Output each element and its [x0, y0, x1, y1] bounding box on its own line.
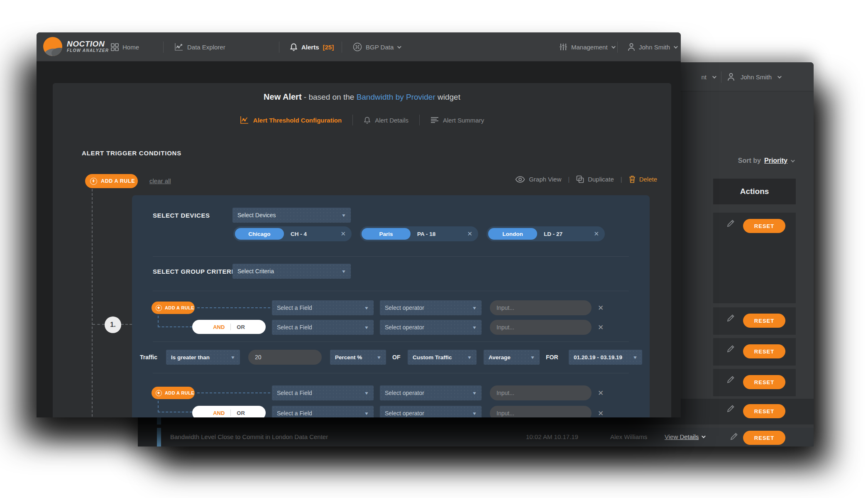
view-details-link[interactable]: View Details [665, 433, 704, 440]
remove-rule-icon[interactable]: ✕ [598, 409, 604, 417]
or-option[interactable]: OR [237, 324, 245, 330]
reset-button[interactable]: RESET [743, 375, 785, 389]
of-label: OF [392, 354, 400, 361]
tab-threshold-configuration[interactable]: Alert Threshold Configuration [240, 116, 342, 124]
view-details-label: View Details [665, 433, 699, 440]
background-navbar-right: nt John Smith [701, 62, 780, 91]
select-criteria-dropdown[interactable]: Select Criteria ▼ [232, 264, 351, 279]
management-partial-label[interactable]: nt [701, 74, 707, 81]
remove-rule-icon[interactable]: ✕ [598, 304, 604, 312]
and-option[interactable]: AND [213, 324, 225, 330]
value-input[interactable] [490, 300, 592, 315]
nav-management-label: Management [571, 44, 608, 51]
add-rule-button[interactable]: ADD A RULE [152, 387, 195, 399]
close-icon[interactable]: ✕ [594, 230, 599, 238]
plus-circle-icon [156, 305, 162, 311]
tab-label: Alert Threshold Configuration [253, 117, 342, 124]
reset-button[interactable]: RESET [743, 219, 785, 233]
dropdown-caret-icon: ▼ [472, 411, 477, 416]
line-chart-icon [174, 43, 183, 51]
plus-circle-icon [90, 178, 97, 185]
graph-view-button[interactable]: Graph View [515, 176, 561, 183]
traffic-value-input[interactable] [248, 350, 322, 365]
dropdown-caret-icon: ▼ [341, 213, 346, 218]
sort-by-control[interactable]: Sort by Priority [738, 157, 794, 164]
rule-connector-line [158, 401, 159, 412]
operator-dropdown[interactable]: Select operator ▼ [380, 320, 482, 335]
nav-data-explorer[interactable]: Data Explorer [174, 32, 225, 61]
duplicate-button[interactable]: Duplicate [576, 175, 614, 183]
dropdown-caret-icon: ▼ [364, 391, 369, 395]
value-input[interactable] [490, 406, 592, 417]
dropdown-value: Select a Field [277, 390, 312, 396]
divider [617, 42, 618, 53]
widget-link[interactable]: Bandwidth by Provider [357, 93, 435, 101]
user-menu[interactable]: John Smith [741, 74, 772, 81]
clear-all-link[interactable]: clear all [149, 177, 171, 184]
user-icon [628, 43, 635, 51]
add-rule-button[interactable]: ADD A RULE [152, 302, 195, 314]
threshold-chart-icon [240, 116, 249, 124]
or-option[interactable]: OR [237, 410, 245, 416]
modal-title: New Alert - based on the Bandwidth by Pr… [53, 92, 671, 102]
pencil-icon[interactable] [726, 375, 735, 384]
noction-logo[interactable]: NOCTION FLOW ANALYZER [43, 37, 109, 56]
dashboard-icon [111, 43, 119, 51]
tab-alert-details[interactable]: Alert Details [364, 116, 408, 124]
alerts-count-badge: [25] [323, 44, 334, 51]
device-city-badge: London [488, 228, 537, 240]
main-window: NOCTION FLOW ANALYZER Home Data Explorer [37, 32, 681, 417]
value-input[interactable] [490, 320, 592, 335]
nav-alerts[interactable]: Alerts [25] [290, 32, 334, 61]
reset-button[interactable]: RESET [743, 314, 785, 328]
nav-bgp-data[interactable]: BGP Data [353, 32, 400, 61]
operator-dropdown[interactable]: Select operator ▼ [380, 300, 482, 315]
user-menu[interactable]: John Smith [628, 32, 677, 61]
tab-alert-summary[interactable]: Alert Summary [430, 117, 484, 124]
field-dropdown[interactable]: Select a Field ▼ [272, 300, 374, 315]
sort-by-prefix: Sort by [738, 157, 761, 164]
pencil-icon[interactable] [726, 405, 735, 413]
traffic-unit-dropdown[interactable]: Percent % ▼ [330, 350, 386, 365]
dropdown-caret-icon: ▼ [530, 355, 535, 360]
operator-dropdown[interactable]: Select operator ▼ [380, 406, 482, 417]
add-rule-button[interactable]: ADD A RULE [85, 174, 138, 188]
user-name-label: John Smith [639, 44, 670, 51]
pencil-icon[interactable] [726, 314, 735, 322]
remove-rule-icon[interactable]: ✕ [598, 323, 604, 332]
select-devices-dropdown[interactable]: Select Devices ▼ [232, 208, 351, 223]
delete-button[interactable]: Delete [629, 175, 657, 183]
close-icon[interactable]: ✕ [340, 230, 346, 238]
and-option[interactable]: AND [213, 410, 225, 416]
traffic-operator-dropdown[interactable]: Is greater than ▼ [166, 350, 240, 365]
tab-label: Alert Details [375, 117, 408, 124]
remove-rule-icon[interactable]: ✕ [598, 389, 604, 397]
reset-button[interactable]: RESET [743, 344, 785, 358]
field-dropdown[interactable]: Select a Field ▼ [272, 385, 374, 400]
operator-dropdown[interactable]: Select operator ▼ [380, 385, 482, 400]
reset-button[interactable]: RESET [743, 431, 785, 445]
device-city-badge: Paris [362, 228, 411, 240]
actions-header-label: Actions [740, 187, 769, 196]
traffic-aggregation-dropdown[interactable]: Average ▼ [484, 350, 540, 365]
divider [342, 42, 342, 53]
pencil-icon[interactable] [726, 219, 735, 228]
value-input[interactable] [490, 385, 592, 400]
dropdown-value: Select a Field [277, 410, 312, 417]
and-or-toggle[interactable]: AND OR [192, 406, 266, 417]
close-icon[interactable]: ✕ [467, 230, 472, 238]
chevron-down-icon [778, 74, 782, 79]
field-dropdown[interactable]: Select a Field ▼ [272, 406, 374, 417]
pencil-icon[interactable] [726, 345, 735, 353]
date-range-dropdown[interactable]: 01.20.19 - 03.19.19 ▼ [569, 350, 642, 365]
divider [153, 341, 629, 342]
nav-home[interactable]: Home [111, 32, 139, 61]
and-or-toggle[interactable]: AND OR [192, 320, 266, 334]
nav-management[interactable]: Management [559, 32, 614, 61]
field-dropdown[interactable]: Select a Field ▼ [272, 320, 374, 335]
traffic-source-dropdown[interactable]: Custom Traffic ▼ [408, 350, 477, 365]
sort-by-value[interactable]: Priority [764, 157, 787, 164]
pencil-icon[interactable] [730, 432, 738, 441]
reset-button[interactable]: RESET [743, 404, 785, 418]
traffic-label: Traffic [140, 354, 157, 361]
